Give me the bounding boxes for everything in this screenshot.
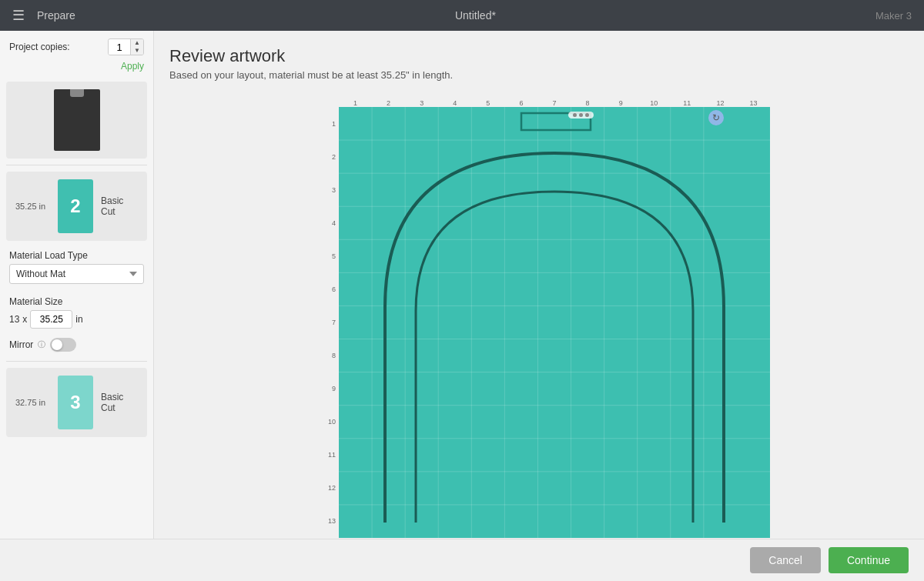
copies-decrement[interactable]: ▼ [131, 47, 143, 55]
tick-6: 6 [504, 99, 537, 107]
row-tick-7: 7 [308, 306, 339, 339]
size-unit: in [75, 314, 82, 325]
row-tick-6: 6 [308, 272, 339, 306]
row-tick-8: 8 [308, 339, 339, 372]
review-title: Review artwork [169, 46, 909, 66]
rotate-handle[interactable]: ↻ [708, 110, 724, 125]
material-row-2: 35.25 in 2 Basic Cut [15, 179, 138, 233]
row-tick-9: 9 [308, 372, 339, 406]
mat2-thumb: 2 [58, 179, 93, 233]
material-row-3: 32.75 in 3 Basic Cut [15, 376, 138, 429]
mirror-row: Mirror ⓘ [0, 335, 153, 358]
bottom-bar: Cancel Continue [0, 539, 924, 581]
grid-container: 1 2 3 4 5 6 7 8 9 10 11 12 13 [308, 92, 770, 538]
row-tick-3: 3 [308, 173, 339, 206]
mirror-toggle[interactable] [50, 338, 76, 352]
size-prefix: 13 [9, 314, 19, 325]
mirror-label: Mirror [9, 339, 33, 350]
canvas-wrap: 1 2 3 4 5 6 7 8 9 10 11 12 13 [169, 92, 909, 539]
mat-card-3[interactable]: 32.75 in 3 Basic Cut [6, 368, 147, 437]
ruler-and-grid: 1 2 3 4 5 6 7 8 9 10 11 12 13 [169, 92, 909, 538]
size-x: x [22, 314, 27, 325]
ruler-top: 1 2 3 4 5 6 7 8 9 10 11 12 13 [339, 92, 770, 107]
project-copies-row: Project copies: ▲ ▼ [0, 31, 153, 58]
arch-svg [339, 107, 770, 538]
app-title: Prepare [37, 9, 75, 22]
load-type-select[interactable]: Without Mat [9, 264, 144, 284]
size-row: 13 x in [0, 310, 153, 335]
row-tick-10: 10 [308, 406, 339, 439]
right-content: Review artwork Based on your layout, mat… [154, 31, 924, 539]
tick-2: 2 [372, 99, 405, 107]
tick-12: 12 [704, 99, 737, 107]
copies-increment[interactable]: ▲ [131, 39, 143, 47]
mat3-thumb: 3 [58, 376, 93, 429]
tick-11: 11 [671, 99, 704, 107]
main-layout: Project copies: ▲ ▼ Apply 35.25 in [0, 31, 924, 539]
tick-13: 13 [737, 99, 770, 107]
mat-notch [70, 89, 84, 97]
review-subtitle: Based on your layout, material must be a… [169, 69, 909, 81]
copies-input[interactable] [109, 40, 130, 55]
arch-context-menu[interactable] [568, 112, 594, 119]
project-copies-label: Project copies: [9, 42, 102, 52]
tick-5: 5 [471, 99, 504, 107]
apply-button[interactable]: Apply [121, 61, 144, 72]
mat-card-1 [6, 82, 147, 159]
dot1 [573, 113, 577, 117]
mat2-size-label: 35.25 in [15, 202, 50, 211]
row-tick-2: 2 [308, 140, 339, 173]
menu-icon[interactable]: ☰ [12, 7, 25, 24]
mat2-cut-label: Basic Cut [101, 195, 138, 217]
size-height-input[interactable] [30, 310, 72, 329]
material-size-label: Material Size [0, 290, 153, 310]
divider-2 [6, 361, 147, 362]
tick-4: 4 [438, 99, 471, 107]
row-tick-12: 12 [308, 472, 339, 505]
divider-1 [6, 165, 147, 165]
topbar: ☰ Prepare Untitled* Maker 3 [0, 0, 924, 31]
cancel-button[interactable]: Cancel [750, 547, 821, 573]
row-tick-5: 5 [308, 239, 339, 272]
continue-button[interactable]: Continue [829, 547, 909, 573]
load-type-select-wrap: Without Mat [0, 264, 153, 290]
row-tick-13: 13 [308, 505, 339, 538]
mat3-size-label: 32.75 in [15, 398, 50, 407]
tick-1: 1 [339, 99, 372, 107]
tick-3: 3 [405, 99, 438, 107]
copies-input-wrap: ▲ ▼ [108, 38, 144, 55]
tick-8: 8 [571, 99, 604, 107]
row-tick-1: 1 [308, 107, 339, 140]
apply-link: Apply [0, 58, 153, 78]
mat-preview-black [54, 89, 100, 151]
project-title: Untitled* [455, 9, 496, 22]
mirror-info-icon: ⓘ [38, 339, 45, 350]
tick-10: 10 [638, 99, 671, 107]
device-name: Maker 3 [875, 10, 912, 22]
tick-7: 7 [537, 99, 571, 107]
grid-area [339, 107, 770, 538]
mat3-cut-label: Basic Cut [101, 392, 138, 413]
row-tick-11: 11 [308, 439, 339, 472]
dot2 [579, 113, 583, 117]
mat2-number: 2 [70, 195, 80, 217]
left-panel: Project copies: ▲ ▼ Apply 35.25 in [0, 31, 154, 539]
rotate-icon: ↻ [712, 112, 720, 123]
dot3 [585, 113, 589, 117]
mat-card-2[interactable]: 35.25 in 2 Basic Cut [6, 172, 147, 241]
copies-spinners: ▲ ▼ [130, 39, 143, 55]
load-type-section-label: Material Load Type [0, 244, 153, 264]
mat3-number: 3 [70, 392, 80, 413]
tick-9: 9 [604, 99, 638, 107]
row-tick-4: 4 [308, 206, 339, 239]
ruler-left: 1 2 3 4 5 6 7 8 9 10 11 12 13 [308, 107, 339, 538]
